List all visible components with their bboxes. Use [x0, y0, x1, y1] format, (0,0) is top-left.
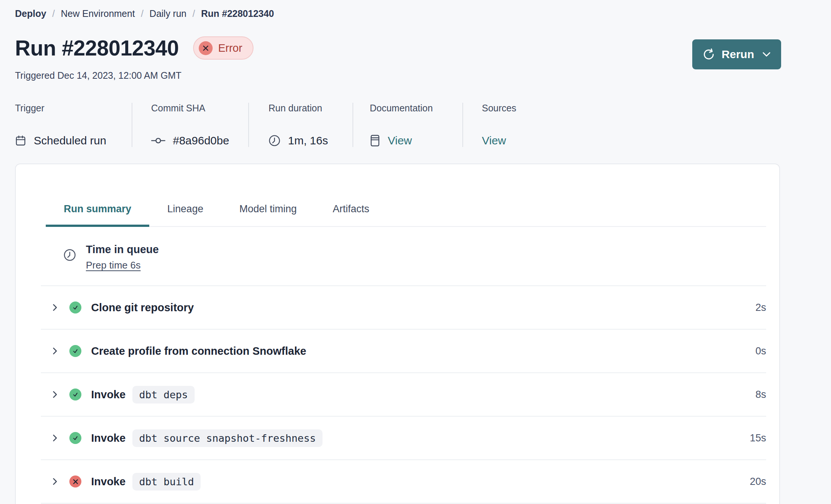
tab-bar: Run summaryLineageModel timingArtifacts	[46, 199, 766, 227]
breadcrumb-separator: /	[141, 8, 144, 19]
clock-icon	[63, 249, 76, 261]
breadcrumb: Deploy/New Environment/Daily run/Run #22…	[15, 8, 831, 19]
breadcrumb-item[interactable]: Daily run	[150, 8, 187, 19]
step-label: Invoke	[91, 476, 126, 488]
breadcrumb-item[interactable]: Deploy	[15, 8, 46, 19]
meta-value: Scheduled run	[15, 134, 132, 147]
rerun-button[interactable]: Rerun	[692, 39, 781, 69]
meta-value-text: Scheduled run	[34, 134, 106, 147]
meta-col-commit-sha: Commit SHA#8a96d0be	[132, 103, 248, 147]
chevron-right-icon[interactable]	[50, 390, 60, 399]
step-row[interactable]: Create profile from connection Snowflake…	[41, 330, 766, 373]
meta-value-text: 1m, 16s	[288, 134, 328, 147]
calendar-icon	[15, 135, 26, 146]
time-in-queue-title: Time in queue	[86, 243, 159, 256]
page-header: Run #228012340 Error Triggered Dec 14, 2…	[15, 36, 781, 81]
meta-label: Commit SHA	[151, 103, 248, 114]
clock-icon	[268, 135, 280, 147]
status-badge: Error	[193, 36, 254, 60]
step-duration: 20s	[750, 476, 766, 488]
breadcrumb-separator: /	[52, 8, 55, 19]
step-command-chip: dbt source snapshot-freshness	[132, 429, 322, 447]
meta-label: Sources	[482, 103, 516, 114]
meta-label: Run duration	[268, 103, 352, 114]
step-duration: 0s	[755, 345, 766, 357]
meta-view-link[interactable]: View	[370, 134, 462, 147]
title-block: Run #228012340 Error Triggered Dec 14, 2…	[15, 36, 254, 81]
step-label: Invoke	[91, 432, 126, 444]
tab-model-timing[interactable]: Model timing	[221, 199, 315, 226]
error-x-icon	[69, 476, 81, 488]
step-command-chip: dbt deps	[132, 386, 195, 404]
step-row[interactable]: Clone git repository2s	[41, 286, 766, 330]
meta-label: Documentation	[370, 103, 462, 114]
step-row[interactable]: Invokedbt deps8s	[41, 373, 766, 417]
meta-col-run-duration: Run duration1m, 16s	[248, 103, 352, 147]
step-row[interactable]: Invokedbt source snapshot-freshness15s	[41, 417, 766, 460]
step-label: Create profile from connection Snowflake	[91, 345, 306, 357]
meta-value: #8a96d0be	[151, 134, 248, 147]
step-duration: 8s	[755, 389, 766, 400]
breadcrumb-item: Run #228012340	[201, 8, 274, 19]
rerun-button-label: Rerun	[722, 48, 754, 61]
time-in-queue-section: Time in queue Prep time 6s	[41, 227, 766, 286]
refresh-icon	[703, 48, 715, 60]
chevron-right-icon[interactable]	[50, 303, 60, 312]
meta-col-trigger: TriggerScheduled run	[15, 103, 132, 147]
tab-run-summary[interactable]: Run summary	[46, 199, 149, 227]
meta-value-text: View	[388, 134, 412, 147]
meta-value-text: #8a96d0be	[173, 134, 229, 147]
status-badge-label: Error	[218, 42, 242, 54]
step-duration: 2s	[755, 302, 766, 314]
commit-icon	[151, 136, 165, 145]
step-row[interactable]: Invokedbt build20s	[41, 460, 766, 504]
success-check-icon	[69, 432, 81, 444]
prep-time-link[interactable]: Prep time 6s	[86, 260, 141, 271]
success-check-icon	[69, 345, 81, 357]
tab-artifacts[interactable]: Artifacts	[315, 199, 387, 226]
run-summary-card: Run summaryLineageModel timingArtifacts …	[15, 164, 780, 504]
breadcrumb-item[interactable]: New Environment	[61, 8, 135, 19]
triggered-timestamp: Triggered Dec 14, 2023, 12:00 AM GMT	[15, 70, 254, 81]
time-in-queue-text: Time in queue Prep time 6s	[86, 243, 159, 271]
meta-col-documentation: DocumentationView	[352, 103, 462, 147]
chevron-right-icon[interactable]	[50, 433, 60, 443]
step-label: Invoke	[91, 388, 126, 401]
step-label: Clone git repository	[91, 302, 194, 314]
chevron-right-icon[interactable]	[50, 477, 60, 486]
breadcrumb-separator: /	[192, 8, 195, 19]
meta-col-sources: SourcesView	[462, 103, 516, 147]
success-check-icon	[69, 388, 81, 400]
run-detail-page: Deploy/New Environment/Daily run/Run #22…	[0, 0, 831, 504]
success-check-icon	[69, 302, 81, 314]
step-duration: 15s	[750, 432, 766, 444]
tab-lineage[interactable]: Lineage	[149, 199, 221, 226]
meta-value-text: View	[482, 134, 506, 147]
error-circle-icon	[199, 41, 213, 55]
steps-list: Clone git repository2sCreate profile fro…	[16, 286, 779, 504]
chevron-right-icon[interactable]	[50, 346, 60, 356]
book-icon	[370, 134, 380, 147]
meta-value: 1m, 16s	[268, 134, 352, 147]
chevron-down-icon[interactable]	[762, 52, 771, 57]
step-command-chip: dbt build	[132, 473, 201, 490]
run-meta-row: TriggerScheduled runCommit SHA#8a96d0beR…	[15, 103, 831, 147]
meta-label: Trigger	[15, 103, 132, 114]
page-title: Run #228012340	[15, 36, 179, 60]
meta-view-link[interactable]: View	[482, 134, 516, 147]
